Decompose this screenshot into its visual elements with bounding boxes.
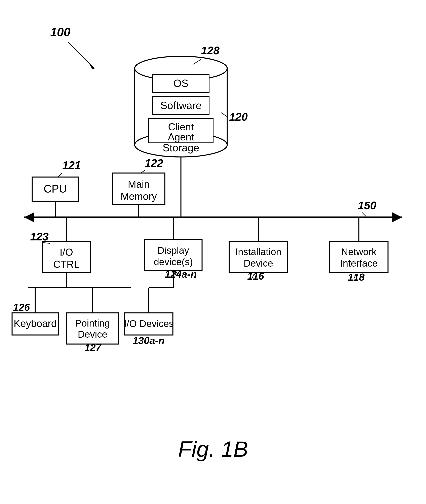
svg-marker-1 [89, 64, 94, 69]
installation-text2: Device [244, 258, 273, 269]
storage-text: Storage [163, 142, 199, 153]
network-text1: Network [341, 247, 377, 257]
svg-line-14 [362, 212, 366, 216]
keyboard-number: 126 [13, 302, 30, 313]
display-text1: Display [157, 245, 189, 256]
cpu-text: CPU [44, 183, 67, 195]
storage-number-label: 128 [201, 44, 220, 57]
client-agent-label2: Agent [168, 131, 194, 143]
pointing-text2: Device [78, 329, 107, 340]
svg-line-0 [68, 42, 94, 68]
svg-line-16 [58, 173, 62, 177]
svg-marker-12 [24, 212, 34, 222]
cpu-number: 121 [62, 159, 81, 171]
keyboard-text: Keyboard [14, 318, 57, 329]
display-text2: device(s) [154, 256, 193, 267]
bus-label: 150 [358, 199, 376, 212]
figure-caption: Fig. 1B [178, 437, 248, 461]
os-label: OS [173, 77, 188, 89]
diagram-container: 100 128 OS Software Client Agent Storage… [0, 0, 426, 504]
io-ctrl-number: 123 [30, 230, 49, 243]
pointing-text1: Pointing [75, 318, 110, 329]
main-memory-text2: Memory [121, 191, 157, 202]
io-ctrl-text1: I/O [60, 247, 73, 258]
svg-marker-13 [392, 212, 402, 222]
io-devices-text: I/O Devices [124, 318, 174, 329]
storage-component-label: 120 [229, 111, 248, 123]
software-label: Software [160, 100, 201, 111]
installation-number: 116 [247, 270, 264, 282]
display-number: 124a-n [165, 269, 197, 280]
io-devices-number: 130a-n [133, 335, 164, 346]
installation-text1: Installation [235, 247, 281, 257]
main-memory-number: 122 [145, 157, 163, 169]
pointing-number: 127 [85, 342, 102, 353]
figure-number-100: 100 [50, 25, 70, 39]
client-agent-label: Client [168, 121, 194, 133]
network-number: 118 [348, 272, 365, 283]
io-ctrl-text2: CTRL [53, 259, 80, 270]
network-text2: Interface [340, 258, 378, 269]
main-memory-text1: Main [128, 179, 149, 190]
